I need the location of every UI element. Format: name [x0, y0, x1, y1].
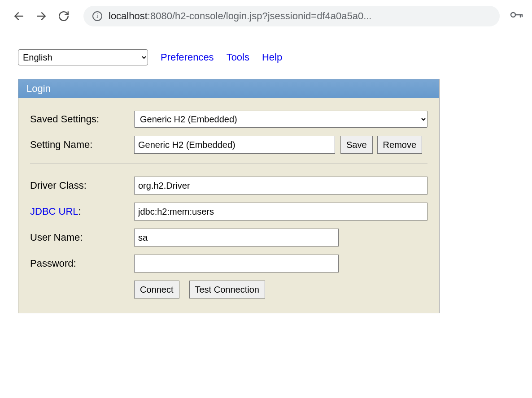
row-password: Password:: [30, 255, 427, 273]
url-host: localhost: [109, 10, 148, 22]
url-path: :8080/h2-console/login.jsp?jsessionid=df…: [148, 10, 372, 22]
svg-point-2: [511, 13, 515, 17]
address-bar[interactable]: i localhost:8080/h2-console/login.jsp?js…: [83, 6, 500, 26]
login-panel-title: Login: [18, 79, 439, 98]
key-icon: [510, 10, 523, 19]
row-saved-settings: Saved Settings: Generic H2 (Embedded): [30, 111, 427, 128]
login-panel-body: Saved Settings: Generic H2 (Embedded) Se…: [18, 98, 439, 313]
setting-buttons: Save Remove: [340, 136, 422, 154]
reload-icon: [58, 10, 70, 22]
action-row: Connect Test Connection: [134, 281, 427, 298]
site-info-icon[interactable]: i: [92, 11, 102, 21]
label-password: Password:: [30, 258, 134, 269]
test-connection-button[interactable]: Test Connection: [189, 281, 265, 298]
label-saved-settings: Saved Settings:: [30, 113, 134, 125]
label-jdbc-url: JDBC URL:: [30, 206, 134, 217]
preferences-link[interactable]: Preferences: [161, 52, 214, 63]
row-driver-class: Driver Class:: [30, 177, 427, 195]
setting-name-input[interactable]: [134, 136, 335, 154]
back-button[interactable]: [13, 10, 25, 22]
jdbc-url-link[interactable]: JDBC URL: [30, 206, 78, 217]
help-link[interactable]: Help: [262, 52, 282, 63]
browser-toolbar: i localhost:8080/h2-console/login.jsp?js…: [0, 0, 532, 32]
user-name-input[interactable]: [134, 229, 339, 247]
password-input[interactable]: [134, 255, 339, 273]
driver-class-input[interactable]: [134, 177, 427, 195]
remove-button[interactable]: Remove: [377, 136, 422, 154]
page-content: English Preferences Tools Help Login Sav…: [0, 32, 532, 313]
jdbc-url-colon: :: [78, 206, 81, 217]
row-jdbc-url: JDBC URL:: [30, 203, 427, 221]
divider: [30, 164, 427, 164]
save-button[interactable]: Save: [340, 136, 373, 154]
arrow-right-icon: [35, 10, 47, 22]
connect-button[interactable]: Connect: [134, 281, 179, 298]
arrow-left-icon: [13, 10, 25, 22]
language-select[interactable]: English: [18, 49, 148, 65]
url-text: localhost:8080/h2-console/login.jsp?jses…: [109, 10, 371, 22]
saved-settings-select[interactable]: Generic H2 (Embedded): [134, 111, 427, 128]
reload-button[interactable]: [57, 10, 70, 22]
nav-icons: [13, 10, 70, 22]
top-row: English Preferences Tools Help: [18, 49, 532, 65]
jdbc-url-input[interactable]: [134, 203, 427, 221]
row-setting-name: Setting Name: Save Remove: [30, 136, 427, 154]
row-user-name: User Name:: [30, 229, 427, 247]
tools-link[interactable]: Tools: [227, 52, 249, 63]
label-setting-name: Setting Name:: [30, 139, 134, 151]
forward-button[interactable]: [35, 10, 48, 22]
label-user-name: User Name:: [30, 232, 134, 243]
login-panel: Login Saved Settings: Generic H2 (Embedd…: [18, 79, 440, 313]
password-key-icon[interactable]: [510, 10, 523, 22]
label-driver-class: Driver Class:: [30, 180, 134, 191]
